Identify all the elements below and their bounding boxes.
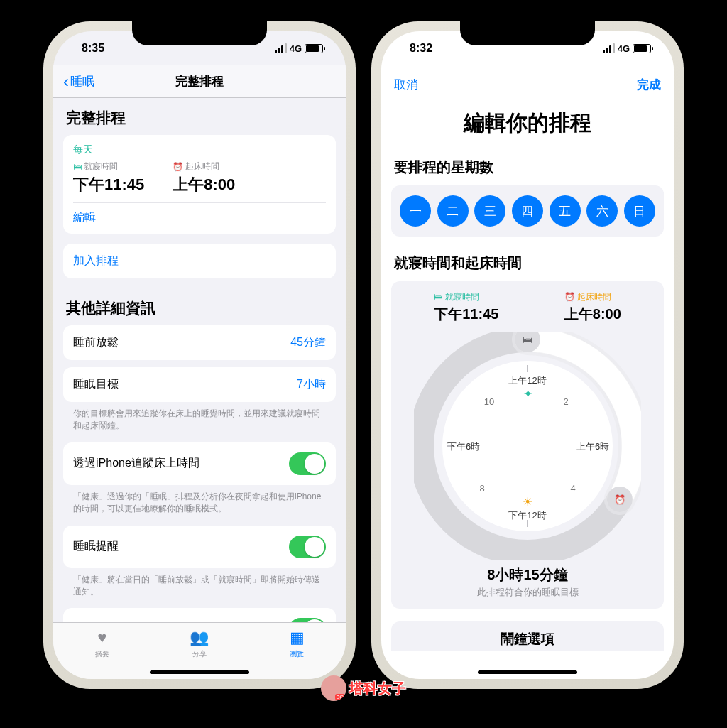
clock-bottom: 下午12時 (508, 510, 546, 521)
add-schedule-button[interactable]: 加入排程 (63, 244, 336, 278)
heart-icon: ♥ (97, 629, 106, 647)
day-sat[interactable]: 六 (586, 195, 618, 227)
network-label: 4G (290, 43, 302, 54)
battery-icon (633, 44, 651, 53)
duration-result: 8小時15分鐘 此排程符合你的睡眠目標 (401, 565, 654, 599)
home-indicator[interactable] (478, 670, 577, 674)
tab-share[interactable]: 👥 分享 (171, 629, 228, 659)
back-label: 睡眠 (70, 73, 94, 89)
day-tue[interactable]: 二 (437, 195, 469, 227)
result-row-wrap: 睡眠結果 (63, 608, 336, 622)
section-full-schedule: 完整排程 (53, 98, 346, 135)
navbar: ‹ 睡眠 完整排程 (53, 65, 346, 98)
waketime-col: ⏰ 起床時間 上午8:00 (564, 291, 621, 324)
people-icon: 👥 (190, 629, 209, 647)
bedtime-label: 就寢時間 (84, 161, 118, 173)
day-sun[interactable]: 日 (624, 195, 655, 227)
modal-bar: 取消 完成 (381, 65, 674, 99)
tab-share-label: 分享 (192, 649, 207, 659)
done-button[interactable]: 完成 (637, 77, 661, 93)
day-mon[interactable]: 一 (400, 195, 431, 227)
day-thu[interactable]: 四 (512, 195, 543, 227)
phone-right: 8:32 4G 取消 完成 編輯你的排程 要排程的星期數 一 二 三 四 五 六… (371, 21, 684, 689)
schedule-daily: 每天 (73, 143, 326, 156)
svg-text:✦: ✦ (523, 388, 532, 400)
days-header: 要排程的星期數 (381, 153, 674, 185)
day-selector: 一 二 三 四 五 六 日 (391, 185, 664, 237)
remind-toggle[interactable] (289, 536, 326, 558)
duration-value: 8小時15分鐘 (401, 565, 654, 585)
goal-row-wrap: 睡眠目標 7小時 (63, 367, 336, 402)
goal-label: 睡眠目標 (73, 377, 119, 392)
clock-left: 下午6時 (447, 441, 480, 452)
screen-right: 8:32 4G 取消 完成 編輯你的排程 要排程的星期數 一 二 三 四 五 六… (381, 31, 674, 679)
tab-browse[interactable]: ▦ 瀏覽 (268, 629, 325, 659)
winddown-value: 45分鐘 (290, 335, 326, 350)
remind-row: 睡眠提醒 (63, 526, 336, 568)
status-time: 8:35 (82, 42, 104, 55)
day-fri[interactable]: 五 (550, 195, 581, 227)
goal-row[interactable]: 睡眠目標 7小時 (63, 367, 336, 402)
clock-n8b: 8 (479, 483, 484, 494)
signal-icon (275, 43, 287, 53)
watermark: 塔科女子 (321, 675, 406, 701)
clock-right: 上午6時 (576, 441, 609, 452)
alarm-section-title: 鬧鐘選項 (391, 621, 664, 651)
phone-left: 8:35 4G ‹ 睡眠 完整排程 完整排程 每天 🛏就寢時間 下午11: (43, 21, 356, 689)
network-label: 4G (618, 43, 630, 54)
track-desc: 「健康」透過你的「睡眠」排程及分析你在夜間拿起和使用iPhone的時間，可以更佳… (53, 485, 346, 526)
bedtime-col: 🛏就寢時間 下午11:45 (73, 161, 144, 195)
watermark-avatar-icon (321, 675, 346, 701)
screen-left: 8:35 4G ‹ 睡眠 完整排程 完整排程 每天 🛏就寢時間 下午11: (53, 31, 346, 679)
status-icons: 4G (275, 43, 323, 54)
waketime-value: 上午8:00 (564, 305, 621, 324)
track-toggle[interactable] (289, 452, 326, 475)
clock-n2: 2 (563, 396, 568, 407)
bed-icon: 🛏 (434, 292, 444, 302)
times-header: 就寢時間和起床時間 (381, 249, 674, 281)
goal-ok-text: 此排程符合你的睡眠目標 (401, 586, 654, 599)
winddown-row-wrap: 睡前放鬆 45分鐘 (63, 325, 336, 360)
clock-n4b: 4 (570, 483, 575, 494)
waketime-col: ⏰起床時間 上午8:00 (173, 161, 235, 195)
notch (132, 21, 267, 45)
times-card: 🛏 就寢時間 下午11:45 ⏰ 起床時間 上午8:00 (391, 281, 664, 609)
clock-top: 上午12時 (508, 375, 546, 386)
bedtime-value: 下午11:45 (434, 305, 498, 324)
content: 完整排程 每天 🛏就寢時間 下午11:45 ⏰起床時間 上午8:00 編輯 加入… (53, 98, 346, 622)
bedtime-label: 就寢時間 (445, 292, 479, 302)
bedtime-value: 下午11:45 (73, 174, 144, 195)
waketime-value: 上午8:00 (173, 174, 235, 195)
tab-summary-label: 摘要 (95, 649, 109, 659)
notch (460, 21, 595, 45)
page-title: 完整排程 (175, 73, 224, 89)
times-head: 🛏 就寢時間 下午11:45 ⏰ 起床時間 上午8:00 (401, 291, 654, 324)
alarm-icon: ⏰ (564, 292, 577, 302)
status-time: 8:32 (410, 42, 432, 55)
edit-schedule-link[interactable]: 編輯 (73, 202, 326, 225)
cancel-button[interactable]: 取消 (394, 77, 418, 93)
winddown-label: 睡前放鬆 (73, 335, 119, 350)
winddown-row[interactable]: 睡前放鬆 45分鐘 (63, 325, 336, 360)
result-row: 睡眠結果 (63, 608, 336, 622)
home-indicator[interactable] (150, 670, 249, 674)
clock-n10: 10 (484, 396, 494, 407)
status-icons: 4G (603, 43, 651, 54)
svg-text:☀: ☀ (523, 496, 532, 508)
chevron-left-icon: ‹ (63, 72, 69, 92)
goal-desc: 你的目標將會用來追蹤你在床上的睡覺時間，並用來建議就寢時間和起床鬧鐘。 (53, 402, 346, 442)
svg-text:⏰: ⏰ (614, 494, 626, 506)
tab-summary[interactable]: ♥ 摘要 (74, 629, 131, 659)
modal-title: 編輯你的排程 (381, 99, 674, 153)
remind-row-wrap: 睡眠提醒 (63, 526, 336, 568)
back-button[interactable]: ‹ 睡眠 (63, 72, 94, 92)
tab-browse-label: 瀏覽 (290, 649, 304, 659)
schedule-times: 🛏就寢時間 下午11:45 ⏰起床時間 上午8:00 (73, 161, 326, 195)
day-wed[interactable]: 三 (474, 195, 505, 227)
track-row: 透過iPhone追蹤床上時間 (63, 442, 336, 485)
clock-dial[interactable]: ✦ ☀ 上午12時 下午12時 下午6時 上午6時 10 2 4 8 🛏 (414, 332, 641, 560)
waketime-label: 起床時間 (577, 292, 611, 302)
signal-icon (603, 43, 615, 53)
svg-text:🛏: 🛏 (523, 334, 532, 345)
track-row-wrap: 透過iPhone追蹤床上時間 (63, 442, 336, 485)
